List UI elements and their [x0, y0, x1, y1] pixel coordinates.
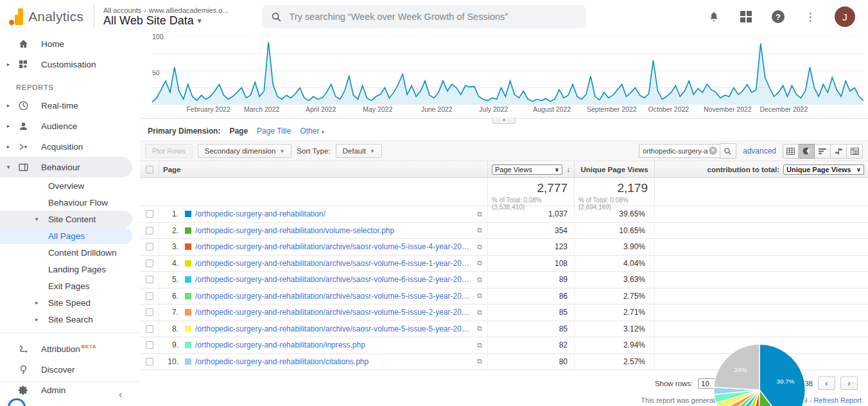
page-url-link[interactable]: /orthopedic-surgery-and-rehabilitation/v… [195, 226, 394, 235]
comparison-view-button[interactable] [831, 144, 847, 159]
sidebar-item-landing-pages[interactable]: Landing Pages [0, 261, 140, 278]
dimension-other[interactable]: Other ▾ [300, 127, 324, 136]
sidebar-item-discover[interactable]: Discover [0, 359, 140, 380]
row-checkbox[interactable] [146, 260, 153, 267]
row-checkbox[interactable] [146, 325, 153, 333]
contribution-pie-chart[interactable]: 39.7%10.6%24% [711, 342, 808, 406]
search-icon [271, 12, 282, 22]
page-views-metric-select[interactable]: Page Views∨ [492, 164, 562, 175]
pie-slice[interactable] [759, 344, 805, 406]
row-checkbox[interactable] [146, 341, 153, 349]
page-url-link[interactable]: /orthopedic-surgery-and-rehabilitation/c… [195, 357, 369, 366]
open-page-icon[interactable]: ⧉ [473, 292, 482, 300]
row-checkbox[interactable] [146, 276, 153, 283]
percentage-view-button[interactable] [799, 144, 815, 159]
pivot-view-button[interactable] [847, 144, 863, 159]
sidebar-item-home[interactable]: Home [0, 33, 140, 54]
sidebar-item-attribution[interactable]: AttributionBETA [0, 339, 140, 359]
expand-arrow-icon[interactable]: ▸ [5, 61, 12, 67]
dimension-page-title[interactable]: Page Title [257, 127, 291, 136]
row-checkbox[interactable] [146, 358, 153, 366]
analytics-logo[interactable]: Analytics [0, 8, 83, 25]
search-button[interactable] [720, 143, 736, 159]
sort-type-button[interactable]: Default▼ [336, 144, 382, 158]
page-url-link[interactable]: /orthopedic-surgery-and-rehabilitation/a… [195, 242, 473, 251]
property-name-dropdown[interactable]: All Web Site Data ▼ [103, 14, 229, 28]
expand-arrow-icon[interactable]: ▸ [35, 316, 42, 322]
sidebar-item-site-search[interactable]: ▸ Site Search [0, 311, 140, 328]
open-page-icon[interactable]: ⧉ [473, 324, 482, 333]
performance-view-button[interactable] [815, 144, 831, 159]
breadcrumb[interactable]: All accounts › www.alliedacademies.o... [103, 6, 229, 14]
row-checkbox[interactable] [146, 308, 153, 316]
row-checkbox[interactable] [146, 227, 153, 234]
page-url-link[interactable]: /orthopedic-surgery-and-rehabilitation/a… [195, 308, 473, 317]
table-view-button[interactable] [783, 144, 799, 159]
page-url-link[interactable]: /orthopedic-surgery-and-rehabilitation/a… [195, 292, 473, 301]
sidebar-item-acquisition[interactable]: ▸ Acquisition [0, 136, 140, 157]
table-search-input[interactable] [639, 144, 720, 158]
sidebar-item-all-pages[interactable]: All Pages [0, 227, 132, 244]
chart-collapse-handle[interactable]: ▾ [492, 118, 516, 124]
page-url-link[interactable]: /orthopedic-surgery-and-rehabilitation/i… [195, 340, 365, 349]
sidebar-item-overview[interactable]: Overview [0, 177, 140, 194]
open-page-icon[interactable]: ⧉ [473, 276, 482, 284]
page-url-link[interactable]: /orthopedic-surgery-and-rehabilitation/a… [195, 324, 473, 333]
apps-grid-button[interactable] [738, 9, 754, 24]
sidebar-item-realtime[interactable]: ▸ Real-time [0, 95, 140, 116]
sidebar-item-customisation[interactable]: ▸ Customisation [0, 54, 140, 75]
refresh-report-link[interactable]: Refresh Report [813, 396, 862, 404]
row-checkbox[interactable] [146, 210, 153, 218]
row-checkbox[interactable] [146, 292, 153, 300]
secondary-dimension-button[interactable]: Secondary dimension▼ [198, 144, 292, 158]
expand-arrow-icon[interactable]: ▸ [5, 102, 12, 109]
open-page-icon[interactable]: ⧉ [473, 259, 482, 267]
plot-rows-button[interactable]: Plot Rows [145, 144, 193, 158]
clear-search-icon[interactable]: ✕ [709, 146, 717, 155]
advanced-link[interactable]: advanced [743, 146, 776, 155]
insights-icon[interactable] [8, 398, 26, 406]
global-search[interactable] [262, 5, 586, 28]
select-all-checkbox[interactable] [146, 166, 153, 173]
open-page-icon[interactable]: ⧉ [473, 226, 482, 234]
open-page-icon[interactable]: ⧉ [473, 243, 482, 251]
page-url-link[interactable]: /orthopedic-surgery-and-rehabilitation/ [195, 209, 326, 218]
sidebar-item-content-drilldown[interactable]: Content Drilldown [0, 244, 140, 261]
next-page-button[interactable]: › [840, 376, 858, 390]
sidebar-item-exit-pages[interactable]: Exit Pages [0, 278, 140, 294]
notifications-button[interactable] [706, 9, 722, 24]
breadcrumb-account[interactable]: All accounts [103, 6, 141, 14]
collapse-arrow-icon[interactable]: ▾ [5, 164, 12, 170]
line-chart[interactable] [152, 37, 864, 105]
sort-descending-icon[interactable]: ↓ [566, 165, 570, 174]
previous-page-button[interactable]: ‹ [818, 376, 835, 390]
page-url-link[interactable]: /orthopedic-surgery-and-rehabilitation/a… [195, 275, 473, 284]
avatar[interactable]: J [835, 6, 855, 27]
open-page-icon[interactable]: ⧉ [473, 308, 482, 317]
column-header-unique[interactable]: Unique Page Views [575, 161, 655, 177]
expand-arrow-icon[interactable]: ▸ [5, 123, 12, 129]
global-search-input[interactable] [290, 12, 577, 22]
overflow-menu-button[interactable]: ⋮ [803, 9, 818, 24]
row-color-swatch [185, 326, 191, 332]
expand-arrow-icon[interactable]: ▸ [5, 143, 12, 150]
breadcrumb-site[interactable]: www.alliedacademies.o... [149, 6, 229, 14]
collapse-sidebar-icon[interactable]: ‹ [119, 389, 122, 400]
sidebar-item-audience[interactable]: ▸ Audience [0, 116, 140, 136]
open-page-icon[interactable]: ⧉ [473, 210, 482, 218]
sidebar-item-behaviour[interactable]: ▾ Behaviour [0, 157, 132, 177]
dimension-page[interactable]: Page [229, 127, 248, 136]
column-header-page[interactable]: Page [159, 161, 488, 177]
report-toolbar: Plot Rows Secondary dimension▼ Sort Type… [140, 141, 868, 161]
contribution-metric-select[interactable]: Unique Page Views∨ [783, 164, 864, 175]
row-checkbox[interactable] [146, 243, 153, 251]
help-button[interactable]: ? [770, 9, 786, 24]
page-url-link[interactable]: /orthopedic-surgery-and-rehabilitation/a… [195, 259, 473, 268]
collapse-arrow-icon[interactable]: ▾ [35, 216, 42, 222]
open-page-icon[interactable]: ⧉ [473, 357, 482, 366]
sidebar-item-site-speed[interactable]: ▸ Site Speed [0, 294, 140, 311]
open-page-icon[interactable]: ⧉ [473, 341, 482, 349]
sidebar-item-site-content[interactable]: ▾ Site Content [0, 211, 132, 227]
expand-arrow-icon[interactable]: ▸ [35, 299, 42, 306]
sidebar-item-behaviour-flow[interactable]: Behaviour Flow [0, 194, 140, 211]
